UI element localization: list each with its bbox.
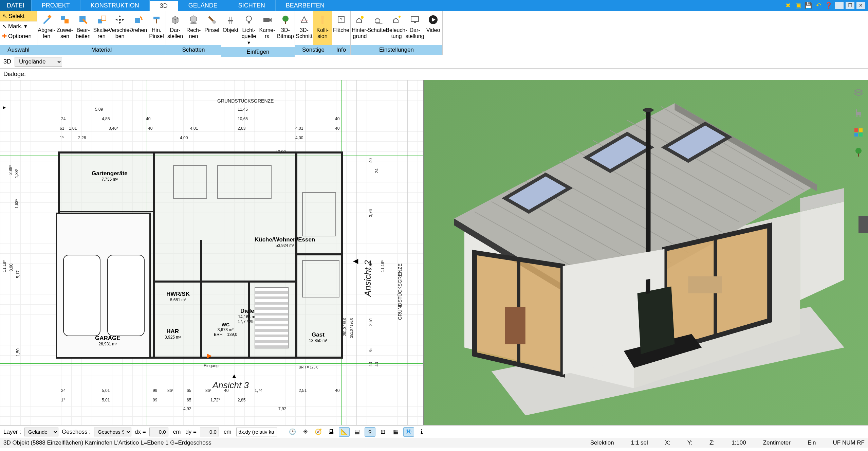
btn-label: Bear-beiten xyxy=(76,27,91,40)
svg-rect-24 xyxy=(321,19,324,24)
layer-select[interactable]: Gelände xyxy=(24,428,58,436)
btn-label: Hin.Pinsel xyxy=(149,27,164,40)
geschoss-select[interactable]: Geschoss S xyxy=(94,428,131,436)
ribbon-einfuegen-group: Objekt Licht-quelle ▾ Kame-ra 3D-Bitmap … xyxy=(221,11,295,55)
scale-icon xyxy=(95,14,108,26)
drehen-button[interactable]: Drehen xyxy=(129,11,147,45)
menu-projekt[interactable]: PROJEKT xyxy=(32,0,80,11)
sub-toolbar: 3D Urgelände xyxy=(0,55,868,69)
svg-rect-16 xyxy=(232,21,232,24)
print-icon[interactable]: 🖶 xyxy=(326,427,337,437)
rel-input[interactable] xyxy=(236,428,277,436)
chair-icon[interactable] xyxy=(852,106,865,120)
dim: 4,00 xyxy=(295,136,303,140)
hintergrund-button[interactable]: Hinter-grund xyxy=(351,11,369,45)
rechnen-button[interactable]: Rech-nen xyxy=(184,11,203,45)
mark-button[interactable]: ↖ Mark. ▾ xyxy=(0,21,37,31)
move-icon xyxy=(114,14,126,26)
gelaende-select[interactable]: Urgelände xyxy=(15,57,62,67)
plane-icon[interactable]: ◊ xyxy=(365,427,375,437)
dim: 40 xyxy=(374,362,379,366)
layer-label: Layer : xyxy=(3,429,21,435)
close-button[interactable]: ✕ xyxy=(856,2,865,9)
schatten-button[interactable]: Schatten xyxy=(369,11,387,45)
status-ein: Ein xyxy=(808,439,816,446)
dim: 4,01 xyxy=(295,126,303,131)
ruler-icon[interactable]: 📐 xyxy=(339,427,350,437)
menu-konstruktion[interactable]: KONSTRUKTION xyxy=(80,0,150,11)
menu-3d[interactable]: 3D xyxy=(150,0,178,11)
flaeche-button[interactable]: ?Fläche xyxy=(332,11,350,45)
svg-rect-9 xyxy=(156,19,157,23)
compass-icon[interactable]: 🧭 xyxy=(313,427,324,437)
skalieren-button[interactable]: Skalie-ren xyxy=(92,11,111,45)
ribbon-einstellungen-group: Hinter-grund Schatten Beleuch-tung Dar-s… xyxy=(351,11,443,55)
pinsel-button[interactable]: Pinsel xyxy=(203,11,221,45)
dy-label: dy = xyxy=(185,429,197,435)
menu-bearbeiten[interactable]: BEARBEITEN xyxy=(276,0,335,11)
expand-left-panel[interactable]: ▶ xyxy=(2,101,7,114)
window-icon[interactable]: ▣ xyxy=(794,1,802,10)
kamera-button[interactable]: Kame-ra xyxy=(258,11,276,47)
brush2-icon xyxy=(206,14,218,26)
hinpinsel-button[interactable]: Hin.Pinsel xyxy=(147,11,166,45)
grid-icon[interactable]: ⊞ xyxy=(377,427,388,437)
einfuegen-group-label: Einfügen xyxy=(221,47,295,57)
abgreifen-button[interactable]: Abgrei-fen xyxy=(37,11,56,45)
help-icon[interactable]: ❓ xyxy=(825,1,833,10)
3d-viewport[interactable] xyxy=(424,80,868,425)
3dbitmap-button[interactable]: 3D-Bitmap xyxy=(276,11,295,47)
menu-gelaende[interactable]: GELÄNDE xyxy=(178,0,228,11)
selekt-label: Selekt xyxy=(8,13,24,20)
3d-house-render xyxy=(444,90,851,415)
layers2-icon[interactable]: ▤ xyxy=(352,427,363,437)
save-icon[interactable]: 💾 xyxy=(804,1,812,10)
dim: 40 xyxy=(368,158,373,163)
zuweisen-button[interactable]: Zuwei-sen xyxy=(56,11,74,45)
video-button[interactable]: Video xyxy=(424,11,442,45)
undo-icon[interactable]: ↶ xyxy=(814,1,823,10)
beleuchtung-button[interactable]: Beleuch-tung xyxy=(387,11,406,45)
north-icon[interactable]: Ⓝ xyxy=(403,427,414,437)
menu-sichten[interactable]: SICHTEN xyxy=(228,0,276,11)
selekt-button[interactable]: ↖ Selekt xyxy=(0,11,37,21)
dy-input[interactable] xyxy=(200,428,219,436)
tree-icon[interactable] xyxy=(852,145,865,159)
bearbeiten-button[interactable]: Bear-beiten xyxy=(74,11,92,45)
verschieben-button[interactable]: Verschie-ben xyxy=(111,11,129,45)
objekt-button[interactable]: Objekt xyxy=(221,11,240,47)
svg-rect-60 xyxy=(858,154,859,157)
layers-icon[interactable] xyxy=(852,86,865,100)
palette-icon[interactable] xyxy=(852,126,865,139)
dim: 1⁵ xyxy=(61,398,65,402)
svg-rect-19 xyxy=(263,18,270,22)
kollision-button[interactable]: Kolli-sion xyxy=(313,11,332,45)
dim: 4,92 xyxy=(183,407,191,411)
room-hwr: HWR/SK8,681 m² xyxy=(166,291,190,302)
expand-right-panel[interactable] xyxy=(858,216,868,233)
lichtquelle-button[interactable]: Licht-quelle ▾ xyxy=(240,11,258,47)
dim: 40 xyxy=(335,126,339,131)
grid2-icon[interactable]: ▦ xyxy=(390,427,401,437)
darstellung-button[interactable]: Dar-stellung xyxy=(406,11,424,45)
unit-label: cm xyxy=(172,429,182,435)
restore-button[interactable]: ❐ xyxy=(846,2,854,9)
svg-rect-7 xyxy=(135,18,140,23)
building-outline: Gartengeräte7,735 m² GARAGE26,931 m² HAR… xyxy=(58,151,343,359)
darstellen-button[interactable]: Dar-stellen xyxy=(166,11,184,45)
info-icon[interactable]: ℹ xyxy=(416,427,427,437)
stairs xyxy=(255,287,289,348)
tool-icon[interactable]: ✖ xyxy=(784,1,792,10)
sun-icon[interactable]: ☀ xyxy=(300,427,311,437)
optionen-button[interactable]: ✚ Optionen xyxy=(0,31,37,41)
minimize-button[interactable]: — xyxy=(835,2,844,9)
3dschnitt-button[interactable]: 3D-Schnitt xyxy=(295,11,313,45)
status-sel: Selektion xyxy=(590,439,614,446)
schatten-group-label: Schatten xyxy=(166,45,221,55)
ref: 251,0 / 126,0 xyxy=(350,318,353,338)
menu-datei[interactable]: DATEI xyxy=(0,0,32,11)
dim: 1,50 xyxy=(16,348,20,356)
clock-icon[interactable]: 🕑 xyxy=(287,427,298,437)
2d-plan-viewport[interactable]: ▶ GRUNDSTÜCKSGRENZE GRUNDSTÜCKSGRENZE An… xyxy=(0,80,424,425)
dx-input[interactable] xyxy=(149,428,168,436)
